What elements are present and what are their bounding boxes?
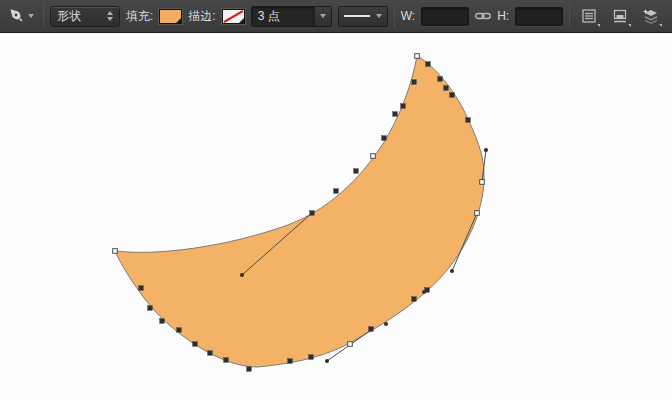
options-bar: 形状 填充: 描边: 3 点 W: H: [0,0,672,33]
anchor-point[interactable] [148,306,153,311]
pen-tool-button[interactable] [4,4,37,29]
anchor-point[interactable] [412,297,417,302]
anchor-point[interactable] [288,359,293,364]
stroke-style-dropdown[interactable] [338,6,388,27]
tool-mode-dropdown[interactable]: 形状 [50,6,120,27]
pen-nib-icon [7,6,25,27]
anchor-point[interactable] [354,169,359,174]
anchor-point[interactable] [208,351,213,356]
anchor-point[interactable] [438,77,443,82]
path-arrangement-icon [642,8,660,25]
handle-endpoint[interactable] [240,273,244,277]
anchor-point[interactable] [401,104,406,109]
anchor-point[interactable] [224,358,229,363]
path-operations-button[interactable] [576,5,601,28]
tool-preset-caret-icon [28,14,34,18]
anchor-point[interactable] [425,288,430,293]
stepper-arrows-icon [107,11,113,21]
anchor-point[interactable] [113,249,118,254]
chevron-down-icon [320,14,326,18]
shape-height-input[interactable] [515,7,563,26]
anchor-point[interactable] [426,62,431,67]
path-alignment-button[interactable] [607,5,632,28]
chevron-down-icon [659,24,662,27]
separator [43,4,44,28]
anchor-point[interactable] [139,286,144,291]
document-canvas[interactable] [0,33,672,399]
shape-path-svg[interactable] [0,33,672,399]
anchor-point[interactable] [369,327,374,332]
path-operations-icon [581,8,597,24]
swatch-caret-icon [176,18,181,23]
stroke-color-swatch[interactable] [222,9,245,24]
anchor-point[interactable] [334,189,339,194]
swatch-caret-icon [239,18,244,23]
anchor-point[interactable] [177,328,182,333]
link-dimensions-icon[interactable] [475,11,491,21]
anchor-point[interactable] [475,211,480,216]
chevron-down-icon [628,24,631,27]
chevron-down-icon [597,24,600,27]
anchor-point[interactable] [193,342,198,347]
anchor-point[interactable] [393,112,398,117]
anchor-point[interactable] [160,319,165,324]
solid-line-icon [344,15,370,17]
stroke-width-combo: 3 点 [251,6,332,27]
stroke-width-input[interactable]: 3 点 [252,7,314,26]
stroke-label: 描边: [188,8,215,25]
fill-label: 填充: [126,8,153,25]
path-alignment-icon [612,8,628,24]
handle-endpoint[interactable] [325,359,329,363]
anchor-point[interactable] [480,180,485,185]
anchor-point[interactable] [466,118,471,123]
shape-path[interactable] [115,56,484,367]
shape-width-input[interactable] [421,7,469,26]
anchor-point[interactable] [450,93,455,98]
anchor-point[interactable] [348,342,353,347]
stroke-width-dropdown-button[interactable] [314,7,331,26]
fill-color-swatch[interactable] [159,9,182,24]
anchor-point[interactable] [371,154,376,159]
handle-endpoint[interactable] [450,269,454,273]
path-arrangement-button[interactable] [638,5,663,28]
anchor-point[interactable] [309,355,314,360]
chevron-down-icon [376,14,382,18]
anchor-point[interactable] [382,136,387,141]
handle-endpoint[interactable] [384,322,388,326]
separator [394,4,395,28]
anchor-point[interactable] [412,80,417,85]
anchor-point[interactable] [415,54,420,59]
anchor-point[interactable] [444,86,449,91]
anchor-point[interactable] [310,211,315,216]
handle-endpoint[interactable] [484,148,488,152]
width-label: W: [401,9,415,23]
height-label: H: [497,9,509,23]
anchor-point[interactable] [247,367,252,372]
tool-mode-label: 形状 [57,8,81,25]
separator [569,4,570,28]
